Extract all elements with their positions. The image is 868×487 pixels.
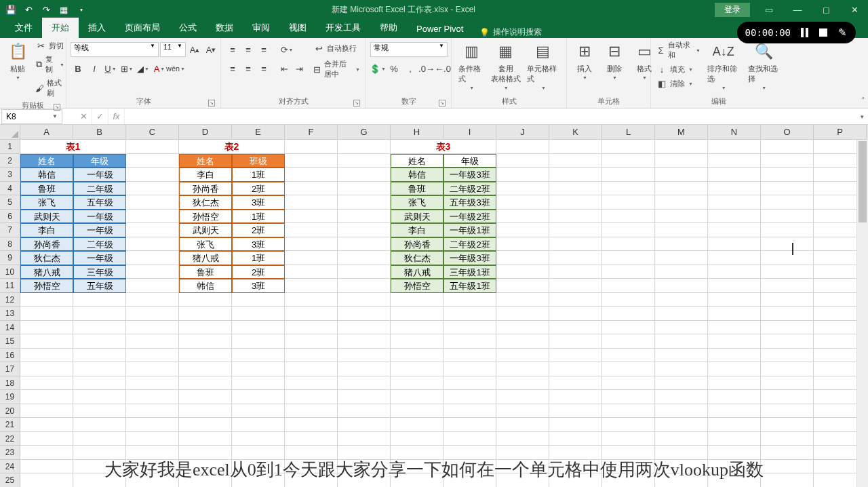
tab-help[interactable]: 帮助 — [370, 18, 407, 38]
cell[interactable]: 1班 — [232, 168, 285, 182]
cell[interactable] — [496, 418, 549, 432]
cell[interactable] — [443, 334, 496, 349]
cell[interactable] — [602, 390, 655, 404]
cell[interactable] — [285, 182, 338, 196]
cell[interactable] — [602, 182, 655, 196]
cell[interactable] — [602, 349, 655, 363]
insert-cells-button[interactable]: ⊞插入▼ — [571, 39, 598, 81]
cell[interactable]: 姓名 — [179, 154, 232, 168]
cell[interactable] — [549, 154, 602, 168]
cell[interactable] — [549, 307, 602, 321]
cell[interactable]: 年级 — [73, 154, 126, 168]
cell[interactable] — [708, 404, 761, 418]
cell[interactable]: 三年级 — [73, 265, 126, 279]
cell[interactable] — [655, 376, 708, 391]
cell[interactable] — [761, 418, 814, 432]
column-header[interactable]: D — [179, 125, 232, 140]
collapse-ribbon-icon[interactable]: ˄ — [861, 96, 865, 105]
cell[interactable] — [126, 210, 179, 224]
cell[interactable] — [126, 140, 179, 154]
cell[interactable]: 孙悟空 — [391, 279, 443, 293]
cell[interactable] — [338, 376, 391, 391]
redo-icon[interactable]: ↷ — [41, 4, 52, 15]
cut-button[interactable]: ✂剪切 — [34, 39, 66, 52]
cell[interactable] — [285, 362, 338, 376]
cell[interactable] — [232, 376, 285, 391]
fill-color-icon[interactable]: ◢▼ — [136, 61, 151, 76]
cell[interactable]: 李白 — [179, 168, 232, 182]
cell[interactable] — [496, 390, 549, 404]
cell[interactable] — [549, 321, 602, 335]
cell[interactable]: 武则天 — [179, 223, 232, 237]
row-header[interactable]: 19 — [0, 390, 20, 404]
cell[interactable] — [761, 334, 814, 349]
cell[interactable]: 狄仁杰 — [179, 195, 232, 210]
cell[interactable] — [443, 362, 496, 376]
cell[interactable] — [391, 418, 443, 432]
cell[interactable] — [602, 334, 655, 349]
cell[interactable] — [73, 334, 126, 349]
cell[interactable] — [761, 362, 814, 376]
increase-font-icon[interactable]: A▴ — [187, 42, 202, 57]
cell[interactable] — [391, 307, 443, 321]
formula-input[interactable] — [125, 109, 856, 124]
cell[interactable] — [761, 210, 814, 224]
cell[interactable]: 二年级 — [73, 182, 126, 196]
cell[interactable] — [496, 195, 549, 210]
cell[interactable] — [708, 223, 761, 237]
cell[interactable] — [655, 168, 708, 182]
cell[interactable] — [655, 223, 708, 237]
increase-decimal-icon[interactable]: .0→ — [419, 61, 434, 76]
cell[interactable]: 武则天 — [391, 210, 443, 224]
row-header[interactable]: 1 — [0, 140, 20, 154]
decrease-font-icon[interactable]: A▾ — [203, 42, 218, 57]
row-header[interactable]: 4 — [0, 182, 20, 196]
cell[interactable] — [602, 265, 655, 279]
cell[interactable] — [20, 307, 73, 321]
cell[interactable] — [496, 321, 549, 335]
cell[interactable] — [496, 362, 549, 376]
cell[interactable]: 孙尚香 — [391, 237, 443, 252]
cell[interactable]: 鲁班 — [179, 265, 232, 279]
cell[interactable] — [443, 390, 496, 404]
column-header[interactable]: A — [20, 125, 73, 140]
cell[interactable] — [126, 237, 179, 252]
cell[interactable] — [761, 390, 814, 404]
cell[interactable] — [126, 251, 179, 265]
fill-button[interactable]: ↓填充▼ — [655, 63, 702, 75]
cell[interactable] — [708, 154, 761, 168]
login-button[interactable]: 登录 — [715, 3, 750, 17]
cell[interactable] — [761, 265, 814, 279]
cell[interactable] — [126, 321, 179, 335]
cell[interactable] — [602, 140, 655, 154]
cell[interactable]: 一年级3班 — [443, 168, 496, 182]
cell[interactable] — [549, 237, 602, 252]
cell[interactable] — [761, 376, 814, 391]
cell[interactable]: 狄仁杰 — [20, 251, 73, 265]
cell[interactable] — [761, 432, 814, 446]
tab-file[interactable]: 文件 — [5, 18, 42, 38]
column-header[interactable]: L — [602, 125, 655, 140]
cell[interactable] — [549, 265, 602, 279]
cell[interactable] — [443, 293, 496, 307]
cell[interactable]: 年级 — [443, 154, 496, 168]
cell[interactable] — [496, 168, 549, 182]
align-bottom-icon[interactable]: ≡ — [256, 42, 271, 57]
cell[interactable]: 五年级 — [73, 279, 126, 293]
cell[interactable] — [179, 376, 232, 391]
cell[interactable]: 狄仁杰 — [391, 251, 443, 265]
find-select-button[interactable]: 🔍查找和选择▼ — [745, 39, 783, 92]
cell[interactable] — [338, 237, 391, 252]
cell[interactable]: 韩信 — [391, 168, 443, 182]
align-right-icon[interactable]: ≡ — [256, 61, 271, 76]
cell[interactable] — [602, 362, 655, 376]
cell[interactable] — [496, 376, 549, 391]
cell[interactable] — [338, 195, 391, 210]
undo-icon[interactable]: ↶ — [23, 4, 34, 15]
paste-button[interactable]: 📋 粘贴 ▼ — [4, 39, 31, 81]
cell[interactable] — [655, 154, 708, 168]
cell[interactable] — [496, 293, 549, 307]
cell[interactable] — [126, 376, 179, 391]
cell[interactable] — [179, 293, 232, 307]
cell[interactable] — [655, 334, 708, 349]
